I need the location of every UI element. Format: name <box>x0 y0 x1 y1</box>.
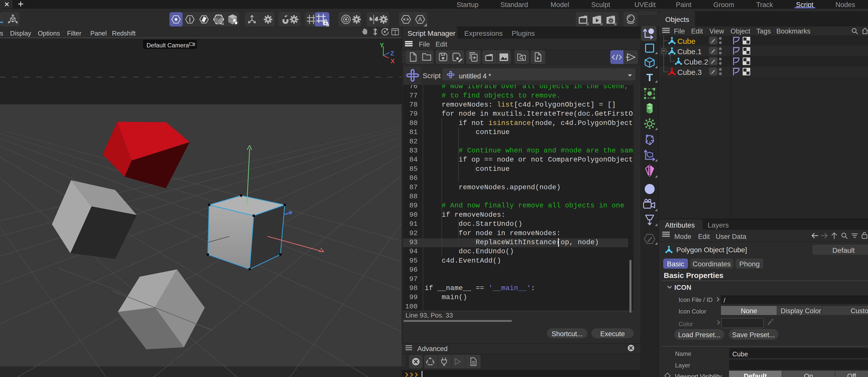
svg-text:A: A <box>418 16 422 23</box>
